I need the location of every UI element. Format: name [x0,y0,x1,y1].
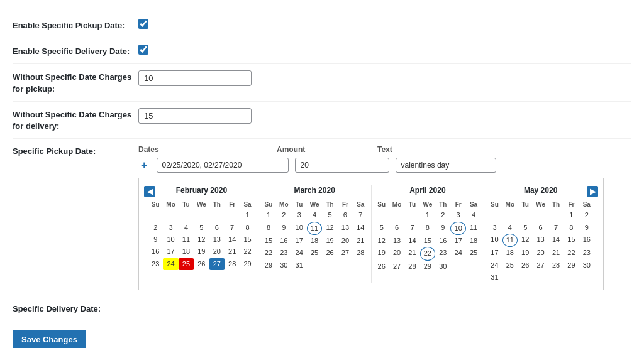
text-input[interactable] [396,158,496,173]
calendar-prev-button[interactable]: ◀ [144,186,155,197]
delivery-charge-label: Without Specific Date Charges for delive… [13,108,138,132]
feb-day-22[interactable]: 22 [240,246,255,258]
feb-day-17[interactable]: 17 [163,246,178,258]
february-grid: Su Mo Tu We Th Fr Sa 1 [148,200,255,270]
pickup-charge-input[interactable] [138,70,252,86]
col-text-header: Text [377,145,478,154]
delivery-charge-input[interactable] [138,108,252,124]
enable-delivery-row: Enable Specific Delivery Date: [13,38,631,64]
calendar-next-button[interactable]: ▶ [587,186,598,197]
specific-delivery-label: Specific Delivery Date: [13,303,138,313]
feb-empty-5 [209,209,225,221]
feb-empty-6 [225,209,240,221]
feb-day-13[interactable]: 13 [209,234,225,246]
may-title: May 2020 [487,185,594,196]
save-changes-button[interactable]: Save Changes [13,330,86,348]
enable-delivery-label: Enable Specific Delivery Date: [13,45,138,57]
feb-day-27[interactable]: 27 [209,258,225,270]
feb-day-1[interactable]: 1 [240,209,255,221]
enable-pickup-control [138,19,631,29]
feb-day-29[interactable]: 29 [240,258,255,270]
feb-header-su: Su [148,200,163,209]
feb-empty-3 [179,209,194,221]
april-title: April 2020 [374,185,482,196]
feb-header-tu: Tu [179,200,194,209]
march-day-11[interactable]: 11 [307,222,322,235]
feb-day-14[interactable]: 14 [225,234,240,246]
date-inputs-row: + [138,158,631,173]
feb-day-7[interactable]: 7 [225,222,240,234]
add-row-button[interactable]: + [138,160,150,171]
calendar-february: February 2020 Su Mo Tu We Th Fr Sa [145,185,258,283]
feb-day-16[interactable]: 16 [148,246,163,258]
feb-empty-1 [148,209,163,221]
specific-pickup-section: Specific Pickup Date: Dates Amount Text … [13,139,631,296]
date-row-header: Dates Amount Text [138,145,631,154]
feb-day-6[interactable]: 6 [209,222,225,234]
pickup-charge-row: Without Specific Date Charges for pickup… [13,64,631,101]
feb-day-20[interactable]: 20 [209,246,225,258]
feb-header-th: Th [209,200,225,209]
feb-day-10[interactable]: 10 [163,234,178,246]
may-grid: Su Mo Tu We Th Fr Sa 1 2 [487,200,594,283]
calendar-april: April 2020 Su Mo Tu We Th Fr Sa 1 [372,185,485,283]
dates-input[interactable] [157,158,289,173]
feb-day-18[interactable]: 18 [179,246,194,258]
feb-day-2[interactable]: 2 [148,222,163,234]
pickup-content: Dates Amount Text + ◀ ▶ February 2020 [138,145,631,290]
pickup-charge-label: Without Specific Date Charges for pickup… [13,70,138,94]
feb-header-mo: Mo [163,200,178,209]
feb-day-23[interactable]: 23 [148,258,163,270]
amount-input[interactable] [295,158,389,173]
feb-day-8[interactable]: 8 [240,222,255,234]
february-title: February 2020 [148,185,255,196]
feb-day-11[interactable]: 11 [179,234,194,246]
feb-day-9[interactable]: 9 [148,234,163,246]
delivery-charge-row: Without Specific Date Charges for delive… [13,102,631,139]
feb-empty-2 [163,209,178,221]
delivery-charge-control [138,108,631,124]
feb-header-we: We [194,200,209,209]
enable-pickup-label: Enable Specific Pickup Date: [13,19,138,31]
feb-day-28[interactable]: 28 [225,258,240,270]
feb-day-24[interactable]: 24 [163,258,178,270]
march-title: March 2020 [261,185,369,196]
feb-day-15[interactable]: 15 [240,234,255,246]
feb-day-12[interactable]: 12 [194,234,209,246]
feb-day-4[interactable]: 4 [179,222,194,234]
calendar-container: ◀ ▶ February 2020 Su Mo Tu We Th Fr Sa [138,178,604,290]
feb-day-19[interactable]: 19 [194,246,209,258]
specific-delivery-section: Specific Delivery Date: [13,296,631,320]
feb-header-sa: Sa [240,200,255,209]
enable-delivery-control [138,45,631,55]
feb-empty-4 [194,209,209,221]
page-wrap: Enable Specific Pickup Date: Enable Spec… [0,0,644,348]
pickup-charge-control [138,70,631,86]
col-dates-header: Dates [138,145,270,154]
enable-pickup-checkbox[interactable] [138,19,148,29]
feb-day-21[interactable]: 21 [225,246,240,258]
april-grid: Su Mo Tu We Th Fr Sa 1 2 3 4 [374,200,482,273]
feb-day-26[interactable]: 26 [194,258,209,270]
feb-day-25[interactable]: 25 [179,258,194,270]
col-amount-header: Amount [277,145,371,154]
enable-delivery-checkbox[interactable] [138,45,148,55]
calendar-may: May 2020 Su Mo Tu We Th Fr Sa [484,185,597,283]
feb-day-3[interactable]: 3 [163,222,178,234]
specific-pickup-label: Specific Pickup Date: [13,145,138,156]
calendar-march: March 2020 Su Mo Tu We Th Fr Sa 1 2 3 4 [258,185,372,283]
enable-pickup-row: Enable Specific Pickup Date: [13,13,631,38]
feb-day-5[interactable]: 5 [194,222,209,234]
march-grid: Su Mo Tu We Th Fr Sa 1 2 3 4 5 6 [261,200,369,271]
feb-header-fr: Fr [225,200,240,209]
